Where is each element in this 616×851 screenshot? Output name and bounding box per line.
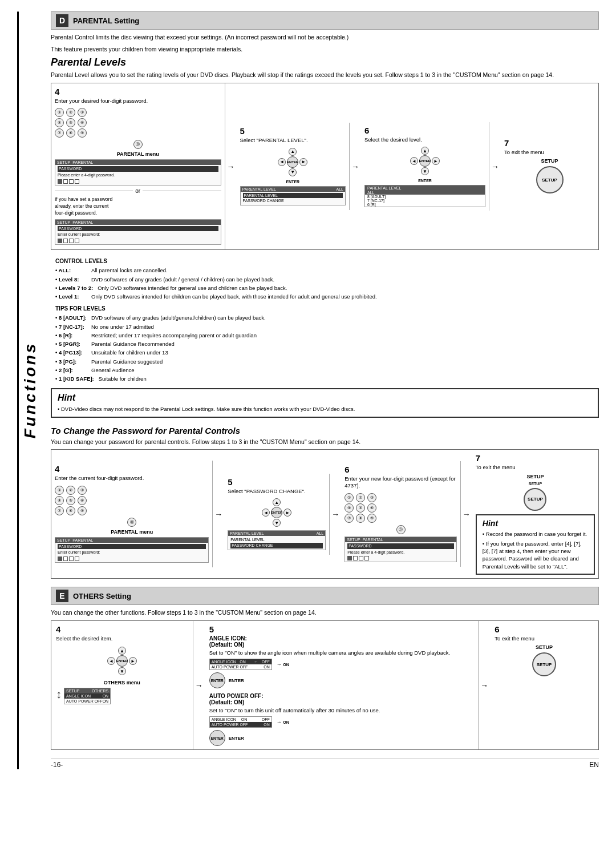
cp-step7-hint: 7 To exit the menu SETUP SETUP SETUP Hin… <box>472 450 598 578</box>
angle-icon-title: ANGLE ICON: <box>209 635 473 642</box>
others-desc: You can change the other functions. Foll… <box>51 608 599 617</box>
or-desc: If you have set a password already, ente… <box>55 196 221 217</box>
cp2-btn-3: ③ <box>367 493 376 502</box>
step7-text: To exit the menu <box>504 149 595 156</box>
cp-new-pwd-screen: SETUP PARENTAL PASSWORD Please enter a 4… <box>345 537 457 563</box>
tip-r: • 6 [R]: Restricted; under 17 requires a… <box>55 332 594 340</box>
parental-section-header: D PARENTAL Setting <box>51 11 599 30</box>
cp-arrow-6-7: → <box>461 510 472 519</box>
tip-kidsafe: • 1 [KID SAFE]: Suitable for children <box>55 375 594 383</box>
others-step5: 5 ANGLE ICON: (Default: ON) Set to "ON" … <box>205 621 479 750</box>
btn-6: ⑥ <box>78 118 87 127</box>
arrow-4-5: → <box>225 162 237 171</box>
cp-btn-2: ② <box>66 486 75 495</box>
parental-hint-text: • DVD-Video discs may not respond to the… <box>58 405 592 413</box>
step5-nav: ▲ ◄ ENTER ► ▼ <box>278 148 307 176</box>
cp-step5-text: Select "PASSWORD CHANGE". <box>228 488 326 495</box>
parental-hint-title: Hint <box>58 393 592 403</box>
cp-step6: 6 Enter your new four-digit password (ex… <box>341 461 461 567</box>
cp-btn-8: ⑧ <box>66 506 75 515</box>
btn-5: ⑤ <box>66 118 75 127</box>
btn-0: ⓪ <box>133 140 143 149</box>
auto-power-default: (Default: ON) <box>209 699 473 705</box>
oth-down-btn: ▼ <box>118 667 126 675</box>
parental-levels-title: Parental Levels <box>51 57 599 68</box>
auto-power-section: AUTO POWER OFF: (Default: ON) Set to "ON… <box>209 693 473 746</box>
parental-hint-box: Hint • DVD-Video discs may not respond t… <box>51 388 599 417</box>
cp-btn-0: ⓪ <box>127 518 136 527</box>
up-btn-6: ▲ <box>421 147 429 155</box>
others-setup-button: SETUP <box>532 652 556 676</box>
cp-btn-3: ③ <box>78 486 87 495</box>
change-pwd-diagram: 4 Enter the current four-digit password.… <box>51 449 599 579</box>
sidebar-label: Functions <box>17 11 42 769</box>
cp2-btn-9: ⑨ <box>367 514 376 523</box>
cp2-btn-4: ④ <box>345 503 354 513</box>
lang-indicator: EN <box>589 761 599 769</box>
parental-password-screen: SETUP PARENTAL PASSWORD Please enter a 4… <box>55 159 221 185</box>
control-hints-area: CONTROL LEVELS • ALL: All parental locks… <box>51 255 599 386</box>
enter-btn-6: ENTER <box>419 155 431 167</box>
cp-hint-bullet1: • Record the password in case you forget… <box>483 530 588 538</box>
cp2-btn-0: ⓪ <box>396 525 406 534</box>
cp-btn-7: ⑦ <box>55 506 64 515</box>
parental-section-title: PARENTAL Setting <box>73 17 139 25</box>
step4-number: 4 <box>55 87 221 96</box>
auto-power-enter-arrow: → ON <box>277 719 289 725</box>
step4-text: Enter your desired four-digit password. <box>55 98 221 104</box>
cl-level1: • Level 1: Only DVD softwares intended f… <box>55 293 594 301</box>
cp2-btn-8: ⑧ <box>356 514 365 523</box>
btn-4: ④ <box>55 118 64 127</box>
cp-left-btn: ◄ <box>262 509 270 517</box>
right-btn: ► <box>299 158 307 166</box>
step6-nav: ▲ ◄ ENTER ► ▼ <box>410 147 440 175</box>
angle-icon-desc: Set to "ON" to show the angle icon when … <box>209 649 473 656</box>
others-step4-text: Select the desired item. <box>56 635 188 642</box>
cp-btn-1: ① <box>55 486 64 495</box>
right-btn-6: ► <box>432 157 440 165</box>
tip-pg: • 3 [PG]: Parental Guidance suggested <box>55 358 594 366</box>
tip-adult: • 8 [ADULT]: DVD software of any grades … <box>55 314 594 322</box>
enter-text2: ENTER <box>229 736 244 741</box>
parental-level-select-screen: PARENTAL LEVEL ALL PARENTAL LEVEL PASSWO… <box>240 186 346 206</box>
step5-number: 5 <box>240 126 346 136</box>
vert-arrow: ↕ <box>56 688 62 701</box>
others-step6-sub: SETUP <box>495 644 594 650</box>
parental-current-pwd-screen: SETUP PARENTAL PASSWORD Enter current pa… <box>55 219 221 245</box>
arrow-6-7: → <box>489 162 501 171</box>
tip-pg13: • 4 [PG13]: Unsuitable for children unde… <box>55 349 594 357</box>
auto-power-on-screen: ANGLE ICONONOFF AUTO POWER OFFON <box>209 716 272 728</box>
parental-levels-desc: Parental Level allows you to set the rat… <box>51 71 599 79</box>
control-levels-title: CONTROL LEVELS <box>55 257 594 265</box>
left-btn-6: ◄ <box>410 157 418 165</box>
btn-9: ⑨ <box>78 128 87 138</box>
others-step4: 4 Select the desired item. ▲ ◄ ENTER ► ▼ <box>51 621 193 750</box>
others-step4-sub: OTHERS menu <box>56 680 188 685</box>
oth-up-btn: ▲ <box>118 647 126 655</box>
angle-icon-section: ANGLE ICON: (Default: ON) Set to "ON" to… <box>209 635 473 688</box>
enter-btn: ENTER <box>287 156 298 168</box>
cp-right-btn: ► <box>283 509 291 517</box>
section-letter-e: E <box>56 590 68 602</box>
cp-step6-number: 6 <box>345 465 457 474</box>
step5-enter2-btn-row: ENTER ENTER <box>209 730 473 746</box>
parental-levels-diagram: 4 Enter your desired four-digit password… <box>51 83 599 250</box>
enter-circle-btn: ENTER <box>209 672 225 688</box>
cp-btn-9: ⑨ <box>78 506 87 515</box>
oth-left-btn: ◄ <box>107 657 115 665</box>
tip-nc17: • 7 [NC-17]: No one under 17 admitted <box>55 323 594 331</box>
cp-enter-btn: ENTER <box>271 507 282 518</box>
parental-step4: 4 Enter your desired four-digit password… <box>51 83 225 249</box>
tip-pgr: • 5 [PGR]: Parental Guidance Recommended <box>55 340 594 348</box>
cp-down-btn: ▼ <box>273 519 281 527</box>
cp2-btn-5: ⑤ <box>356 503 365 513</box>
others-section-title: OTHERS Setting <box>73 592 131 600</box>
others-section-header: E OTHERS Setting <box>51 587 599 605</box>
cp-step7-sub: SETUP <box>476 474 595 479</box>
cp-step4-sub: PARENTAL menu <box>55 529 209 535</box>
enter-text: ENTER <box>229 678 244 683</box>
btn-2: ② <box>66 108 75 117</box>
step5-enter-btn-row: ENTER ENTER <box>209 672 473 688</box>
others-nav: ▲ ◄ ENTER ► ▼ <box>107 647 137 675</box>
parental-step7: 7 To exit the menu SETUP SETUP <box>501 135 598 198</box>
